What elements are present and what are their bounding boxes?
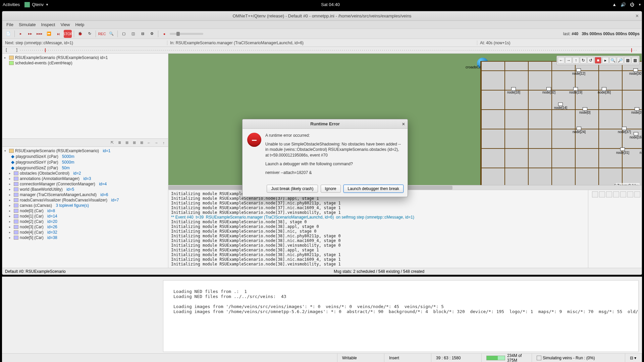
module-icon [14, 187, 18, 191]
debug-button[interactable]: 🐞 [76, 30, 84, 38]
relayout-icon[interactable]: ↻ [580, 57, 587, 64]
rec-button[interactable]: REC [98, 30, 106, 38]
find-button[interactable]: 🔍 [107, 30, 115, 38]
run-icon[interactable]: ▸ [602, 57, 609, 64]
max-icon[interactable] [634, 191, 640, 197]
window-title-bar[interactable]: OMNeT++/Qtenv (release) - Default #0 - o… [2, 11, 642, 21]
inherit-icon[interactable]: ⊞ [131, 140, 137, 146]
volume-icon[interactable]: 🔊 [621, 2, 626, 7]
log-panel: Initializing module RSUExampleScenario.n… [168, 190, 642, 268]
sep-icon[interactable] [627, 191, 633, 197]
refresh-button[interactable]: ↻ [86, 30, 94, 38]
up-icon[interactable]: ↑ [161, 140, 167, 146]
gear-icon[interactable] [613, 191, 619, 197]
back-icon[interactable]: ← [558, 57, 565, 64]
menu-help[interactable]: Help [75, 22, 84, 27]
flat-icon[interactable]: ≣ [116, 140, 122, 146]
gear-icon[interactable]: ⚙ [148, 30, 156, 38]
parent-icon[interactable]: ⇱ [109, 140, 115, 146]
module-icon [14, 177, 18, 181]
log-toolbar [588, 190, 642, 268]
activities-button[interactable]: Activities [3, 2, 20, 7]
chevron-down-icon: ▼ [638, 3, 641, 6]
last-event-stat: last: #40 [563, 32, 578, 36]
gnome-top-bar: Activities Qtenv ▼ Sat 04:40 ▲ 🔊 ⏻ ▼ [0, 0, 644, 9]
module-icon [14, 236, 18, 240]
canvas-toolbar: ← → ↑ ↻ ↺ ■ ▸ 🔍 🔎 ▦ ▦ [556, 56, 640, 65]
at-time-label: At: 40s (now+1s) [477, 41, 642, 45]
redraw-icon[interactable]: ↺ [587, 57, 594, 64]
inspector-toolbar: ⇱ ≣ ⊞ ⊞ ⊞ ← → ↑ [2, 139, 168, 147]
app-menu[interactable]: Qtenv ▼ [24, 2, 49, 7]
dialog-title-bar[interactable]: Runtime Error × [243, 119, 408, 129]
menu-file[interactable]: File [6, 22, 13, 27]
sb-insert: Insert [384, 354, 431, 362]
menu-bar: File Simulate Inspect View Help [2, 21, 642, 29]
sort-icon[interactable]: ⊞ [139, 140, 145, 146]
options-icon[interactable]: ▦ [624, 57, 631, 64]
close-icon[interactable]: ✕ [635, 13, 639, 18]
forward-icon[interactable]: → [153, 140, 159, 146]
speed-slider[interactable] [170, 33, 203, 35]
express-button[interactable]: ⏩ [45, 30, 53, 38]
group-icon[interactable]: ⊞ [124, 140, 130, 146]
menu-simulate[interactable]: Simulate [19, 22, 36, 27]
in-module-label: In: RSUExampleScenario.manager (TraCISce… [167, 41, 477, 45]
ide-status-bar: Writable Insert 39 : 63 : 1580 234M of 3… [2, 353, 642, 362]
timeline-marker [45, 48, 46, 52]
runtime-error-dialog: Runtime Error × – A runtime error occurr… [242, 119, 408, 197]
ignore-button[interactable]: Ignore [321, 185, 341, 193]
run-until-button[interactable]: ⏯ [54, 30, 62, 38]
info-bar: Next: step (omnetpp::cMessage, id=1) In:… [2, 39, 642, 47]
save-icon[interactable] [592, 191, 598, 197]
error-icon: – [247, 133, 261, 147]
sb-task: Simulating veins - Run : (0%) [532, 354, 625, 362]
screenshot-icon[interactable]: ▦ [632, 57, 638, 64]
sb-memory[interactable]: 234M of 375M [482, 354, 532, 362]
console-output[interactable]: Loading NED files from .: 1 Loading NED … [163, 280, 639, 352]
module-icon [14, 214, 18, 218]
trash-icon[interactable] [537, 356, 541, 360]
status-msgstats: Msg stats: 2 scheduled / 548 existing / … [331, 269, 424, 274]
log-output[interactable]: Initializing module RSUExampleScenario.n… [168, 190, 588, 268]
time-stat: 39s 000ms 000us 000ns 000ps [582, 32, 640, 36]
menu-inspect[interactable]: Inspect [41, 22, 55, 27]
zoom-out-icon[interactable]: 🔎 [617, 57, 624, 64]
power-icon[interactable]: ⏻ [630, 2, 634, 7]
stop-button[interactable]: STOP [64, 30, 72, 38]
object-tree-top[interactable]: ▸RSUExampleScenario (RSUExampleScenario)… [2, 54, 168, 139]
menu-view[interactable]: View [60, 22, 70, 27]
timeline-button[interactable]: ⊟ [139, 30, 147, 38]
clock[interactable]: Sat 04:40 [321, 2, 340, 7]
timeline-ruler[interactable]: [ ] [2, 47, 642, 54]
forward-icon[interactable]: → [565, 57, 572, 64]
filter-icon[interactable] [606, 191, 612, 197]
step-button[interactable]: ▸ [17, 30, 25, 38]
back-icon[interactable]: ← [146, 140, 152, 146]
new-run-button[interactable]: 📄 [4, 30, 12, 38]
launch-debugger-button[interactable]: Launch debugger then break [343, 185, 404, 193]
toolbar: 📄 ▸ ▸▸ ▸▸▸ ⏩ ⏯ STOP 🐞 ↻ REC 🔍 ▢ ◫ ⊟ ⚙ ● … [2, 29, 642, 39]
just-break-button[interactable]: Just break (likely crash) [267, 185, 318, 193]
module-icon [14, 230, 18, 234]
window-title: OMNeT++/Qtenv (release) - Default #0 - o… [232, 13, 411, 18]
stop-icon[interactable]: ■ [595, 57, 601, 64]
record-video-button[interactable]: ● [160, 30, 168, 38]
close-icon[interactable]: × [402, 121, 405, 127]
split-icon[interactable] [620, 191, 626, 197]
inspector-tree[interactable]: ▾RSUExampleScenario (RSUExampleScenario)… [2, 147, 168, 268]
module-icon [14, 225, 18, 229]
layout-button[interactable]: ▢ [120, 30, 128, 38]
network-icon[interactable]: ▲ [612, 2, 616, 7]
split-button[interactable]: ◫ [129, 30, 137, 38]
qtenv-status-bar: Default #0: RSUExampleScenario Msg stats… [2, 268, 642, 275]
dialog-message: A runtime error occurred: Unable to use … [265, 133, 403, 179]
zoom-in-icon[interactable]: 🔍 [609, 57, 616, 64]
fast-button[interactable]: ▸▸▸ [36, 30, 44, 38]
run-button[interactable]: ▸▸ [26, 30, 34, 38]
left-panel: ▸RSUExampleScenario (RSUExampleScenario)… [2, 54, 168, 268]
pin-icon[interactable] [599, 191, 605, 197]
up-icon[interactable]: ↑ [573, 57, 579, 64]
module-icon [14, 171, 18, 175]
sb-etc[interactable]: ⊟ ▾ [625, 354, 642, 362]
